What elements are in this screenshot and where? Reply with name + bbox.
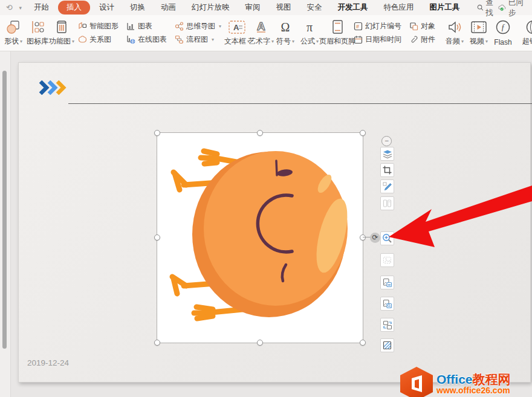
flowchart-label: 流程图 bbox=[186, 34, 208, 45]
shapes-button[interactable]: 形状▾ bbox=[1, 17, 25, 49]
slide-number-button[interactable]: # 幻灯片编号 bbox=[353, 21, 401, 31]
header-footer-button[interactable]: 页眉和页脚 bbox=[325, 17, 349, 49]
change-picture-button[interactable] bbox=[380, 318, 394, 332]
sync-status[interactable]: 已同步 bbox=[498, 0, 527, 18]
crop-icon bbox=[383, 166, 392, 175]
tab-slideshow[interactable]: 幻灯片放映 bbox=[184, 1, 238, 15]
chart-icon bbox=[126, 22, 135, 31]
tab-security[interactable]: 安全 bbox=[299, 1, 329, 15]
tab-picture-tools[interactable]: 图片工具 bbox=[421, 1, 467, 15]
header-footer-icon bbox=[329, 19, 345, 36]
smartart-icon bbox=[77, 22, 87, 31]
crop-button[interactable] bbox=[380, 163, 394, 177]
online-chart-button[interactable]: 在线图表 bbox=[126, 34, 167, 45]
set-transparent-button[interactable] bbox=[380, 253, 394, 267]
sync-label: 已同步 bbox=[508, 0, 527, 18]
find-button[interactable]: 查找 bbox=[477, 0, 498, 18]
toolbar-dropdown-icon[interactable]: ▾ bbox=[15, 5, 25, 11]
date-time-button[interactable]: 日期和时间 bbox=[353, 34, 401, 45]
save-as-picture-button[interactable]: w bbox=[380, 276, 394, 289]
slide-number-icon: # bbox=[353, 22, 363, 31]
attachment-label: 附件 bbox=[421, 34, 435, 45]
icon-library-icon bbox=[30, 19, 45, 36]
slide-date-text: 2019-12-24 bbox=[27, 358, 69, 367]
svg-text:ƒ: ƒ bbox=[501, 23, 505, 32]
selected-picture[interactable]: ⟳ bbox=[157, 133, 363, 343]
icon-library-button[interactable]: 图标库 bbox=[25, 17, 50, 49]
mindmap-button[interactable]: 思维导图▾ bbox=[174, 21, 221, 31]
chart-button[interactable]: 图表 bbox=[126, 21, 167, 31]
svg-text:A: A bbox=[257, 20, 265, 33]
mindmap-label: 思维导图 bbox=[186, 21, 215, 31]
tab-view[interactable]: 视图 bbox=[268, 1, 299, 15]
tab-animations[interactable]: 动画 bbox=[153, 1, 184, 15]
svg-text:w: w bbox=[387, 283, 391, 286]
arrange-layers-button[interactable] bbox=[380, 147, 394, 161]
slide-number-label: 幻灯片编号 bbox=[365, 21, 401, 31]
resize-handle-top-right[interactable] bbox=[360, 130, 366, 136]
hyperlink-button[interactable]: 超链接 bbox=[519, 17, 532, 49]
layout-options-button[interactable] bbox=[380, 196, 394, 210]
tab-developer[interactable]: 开发工具 bbox=[329, 1, 375, 15]
icon-library-label: 图标库 bbox=[27, 36, 48, 47]
object-button[interactable]: 对象 bbox=[409, 21, 435, 31]
thumbnail-scrollbar[interactable] bbox=[2, 71, 7, 349]
formula-button[interactable]: π 公式▾ bbox=[297, 17, 322, 49]
edit-picture-button[interactable] bbox=[380, 179, 394, 193]
watermark-url: www.office26.com bbox=[436, 386, 511, 395]
resize-handle-bottom-right[interactable] bbox=[360, 340, 366, 346]
rotate-handle[interactable]: ⟳ bbox=[370, 233, 380, 243]
orange-character-image bbox=[157, 133, 363, 343]
tab-transitions[interactable]: 切换 bbox=[122, 1, 153, 15]
audio-icon bbox=[447, 19, 462, 36]
resize-handle-top-center[interactable] bbox=[257, 130, 263, 136]
zoom-picture-button[interactable] bbox=[380, 231, 394, 245]
mindmap-icon bbox=[174, 22, 184, 31]
smartart-button[interactable]: 智能图形 bbox=[77, 21, 118, 31]
shapes-label: 形状 bbox=[4, 36, 19, 47]
undo-icon[interactable]: ⟲ bbox=[4, 3, 15, 12]
shapes-icon bbox=[5, 19, 21, 36]
audio-button[interactable]: 音频▾ bbox=[443, 17, 467, 49]
fill-format-button[interactable] bbox=[380, 338, 394, 352]
arrange-layers-icon bbox=[383, 149, 392, 159]
formula-label: 公式 bbox=[300, 36, 315, 47]
relation-diagram-icon bbox=[77, 35, 87, 45]
tab-insert[interactable]: 插入 bbox=[58, 1, 90, 15]
change-picture-icon bbox=[383, 320, 392, 330]
resize-handle-bottom-center[interactable] bbox=[257, 340, 263, 346]
attachment-button[interactable]: 附件 bbox=[409, 34, 435, 45]
resize-handle-middle-right[interactable] bbox=[360, 234, 366, 240]
insert-ribbon: 形状▾ 图标库 功能图▾ 智能图形 bbox=[0, 15, 532, 51]
resize-handle-bottom-left[interactable] bbox=[154, 340, 160, 346]
symbol-label: 符号 bbox=[276, 36, 291, 47]
object-icon bbox=[409, 22, 418, 31]
slide-editing-area: 2019-12-24 bbox=[0, 51, 532, 397]
resize-handle-middle-left[interactable] bbox=[154, 234, 160, 240]
preview-picture-button[interactable] bbox=[380, 297, 394, 311]
wordart-icon: A bbox=[253, 19, 269, 36]
symbol-button[interactable]: Ω 符号▾ bbox=[273, 17, 297, 49]
textbox-label: 文本框 bbox=[224, 36, 246, 47]
tab-design[interactable]: 设计 bbox=[91, 1, 122, 15]
collapse-minus-icon[interactable]: − bbox=[381, 136, 392, 146]
omega-icon: Ω bbox=[281, 21, 290, 34]
textbox-button[interactable]: A 文本框▾ bbox=[225, 17, 249, 49]
relation-diagram-button[interactable]: 关系图 bbox=[77, 34, 118, 45]
wordart-button[interactable]: A 艺术字▾ bbox=[249, 17, 273, 49]
hyperlink-label: 超链接 bbox=[522, 36, 532, 47]
tab-special-features[interactable]: 特色应用 bbox=[375, 1, 421, 15]
slide-thumbnail-pane[interactable] bbox=[0, 51, 11, 397]
watermark: Office教程网 www.office26.com bbox=[400, 367, 511, 397]
wordart-label: 艺术字 bbox=[248, 36, 270, 47]
layout-options-icon bbox=[383, 199, 392, 208]
flowchart-button[interactable]: 流程图▾ bbox=[174, 34, 221, 45]
video-button[interactable]: 视频▾ bbox=[467, 17, 491, 49]
tab-home[interactable]: 开始 bbox=[26, 1, 57, 15]
cloud-sync-icon bbox=[498, 4, 506, 11]
tab-review[interactable]: 审阅 bbox=[237, 1, 268, 15]
function-diagram-button[interactable]: 功能图▾ bbox=[50, 17, 74, 49]
date-time-label: 日期和时间 bbox=[365, 34, 401, 45]
flash-button[interactable]: ƒ Flash bbox=[491, 17, 515, 49]
resize-handle-top-left[interactable] bbox=[154, 130, 160, 136]
